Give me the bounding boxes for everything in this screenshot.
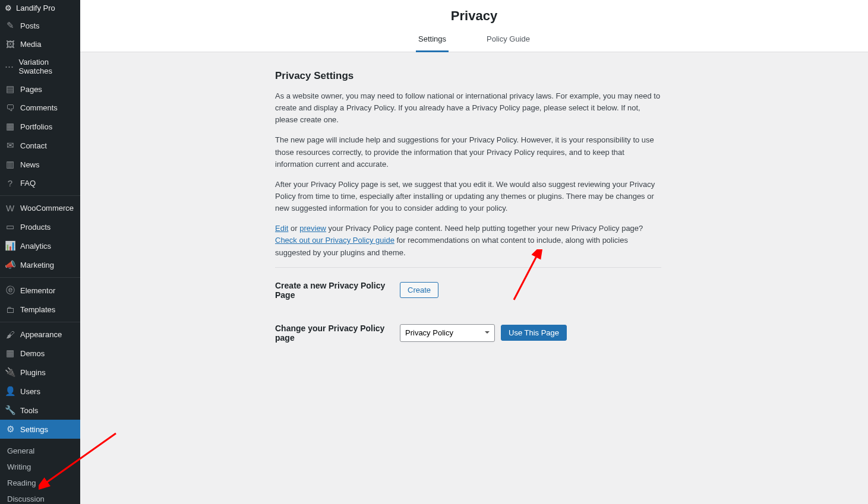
submenu-item-discussion[interactable]: Discussion bbox=[0, 491, 80, 504]
menu-icon: ▤ bbox=[5, 84, 15, 94]
menu-icon: ▭ bbox=[5, 221, 15, 232]
intro-paragraph-1: As a website owner, you may need to foll… bbox=[275, 90, 661, 126]
menu-icon: 🗨 bbox=[5, 103, 15, 113]
sidebar-item-products[interactable]: ▭Products bbox=[0, 217, 80, 236]
sidebar-item-tools[interactable]: 🔧Tools bbox=[0, 401, 80, 420]
submenu-item-general[interactable]: General bbox=[0, 443, 80, 459]
menu-label: Appearance bbox=[20, 330, 62, 339]
intro-paragraph-4: Edit or preview your Privacy Policy page… bbox=[275, 223, 661, 258]
sidebar-item-demos[interactable]: ▦Demos bbox=[0, 344, 80, 363]
sidebar-item-variation-swatches[interactable]: ⋯Variation Swatches bbox=[0, 53, 80, 80]
sidebar-item-pages[interactable]: ▤Pages bbox=[0, 80, 80, 99]
sidebar-item-news[interactable]: ▥News bbox=[0, 155, 80, 174]
menu-icon: W bbox=[5, 203, 15, 213]
main-content: Privacy SettingsPolicy Guide Privacy Set… bbox=[80, 0, 868, 504]
tab-settings[interactable]: Settings bbox=[416, 30, 449, 52]
menu-icon: 🔌 bbox=[5, 367, 15, 378]
menu-label: WooCommerce bbox=[20, 204, 74, 213]
menu-label: Demos bbox=[20, 349, 45, 358]
menu-label: Variation Swatches bbox=[19, 58, 75, 75]
submenu-item-reading[interactable]: Reading bbox=[0, 475, 80, 491]
menu-label: Plugins bbox=[20, 368, 46, 377]
menu-icon: 🗀 bbox=[5, 305, 15, 315]
menu-icon: 🖌 bbox=[5, 329, 15, 340]
sidebar-item-templates[interactable]: 🗀Templates bbox=[0, 300, 80, 319]
sidebar-item-appearance[interactable]: 🖌Appearance bbox=[0, 325, 80, 344]
change-label: Change your Privacy Policy page bbox=[275, 324, 400, 343]
sidebar-item-contact[interactable]: ✉Contact bbox=[0, 136, 80, 155]
site-title[interactable]: ⚙ Landify Pro bbox=[0, 0, 80, 16]
divider bbox=[275, 267, 661, 268]
menu-icon: ⓔ bbox=[5, 285, 15, 296]
sidebar-item-portfolios[interactable]: ▦Portfolios bbox=[0, 117, 80, 136]
menu-icon: ✉ bbox=[5, 140, 15, 151]
settings-submenu: GeneralWritingReadingDiscussionMediaPerm… bbox=[0, 439, 80, 504]
menu-label: Posts bbox=[20, 21, 40, 30]
sidebar-item-users[interactable]: 👤Users bbox=[0, 382, 80, 401]
sidebar-item-media[interactable]: 🖾Media bbox=[0, 35, 80, 53]
menu-label: Products bbox=[20, 223, 50, 232]
site-title-text: Landify Pro bbox=[16, 4, 55, 12]
menu-icon: ⚙ bbox=[5, 424, 15, 435]
menu-label: Templates bbox=[20, 305, 55, 314]
privacy-page-select[interactable]: Privacy Policy bbox=[400, 324, 495, 342]
menu-icon: ▦ bbox=[5, 121, 15, 132]
menu-label: Users bbox=[20, 387, 40, 396]
menu-icon: 📣 bbox=[5, 259, 15, 270]
sidebar-item-woocommerce[interactable]: WWooCommerce bbox=[0, 199, 80, 217]
create-row: Create a new Privacy Policy Page Create bbox=[275, 281, 661, 300]
intro-paragraph-3: After your Privacy Policy page is set, w… bbox=[275, 179, 661, 214]
page-select-wrap: Privacy Policy bbox=[400, 324, 495, 342]
content-body: Privacy Settings As a website owner, you… bbox=[275, 70, 673, 343]
sidebar-item-analytics[interactable]: 📊Analytics bbox=[0, 236, 80, 255]
page-header: Privacy SettingsPolicy Guide bbox=[80, 0, 868, 52]
menu-label: Analytics bbox=[20, 242, 51, 251]
menu-label: Pages bbox=[20, 85, 42, 94]
menu-label: Tools bbox=[20, 406, 38, 415]
sidebar-item-faq[interactable]: ?FAQ bbox=[0, 174, 80, 192]
use-page-button[interactable]: Use This Page bbox=[501, 325, 567, 341]
menu-icon: 👤 bbox=[5, 386, 15, 397]
edit-link[interactable]: Edit bbox=[275, 224, 288, 233]
menu-icon: 🔧 bbox=[5, 405, 15, 416]
menu-icon: ▦ bbox=[5, 348, 15, 359]
sidebar-item-settings[interactable]: ⚙Settings bbox=[0, 420, 80, 439]
guide-link[interactable]: Check out our Privacy Policy guide bbox=[275, 236, 394, 245]
section-heading: Privacy Settings bbox=[275, 70, 661, 82]
admin-sidebar: ⚙ Landify Pro ✎Posts🖾Media⋯Variation Swa… bbox=[0, 0, 80, 504]
menu-icon: 🖾 bbox=[5, 39, 15, 49]
menu-icon: ▥ bbox=[5, 159, 15, 170]
create-label: Create a new Privacy Policy Page bbox=[275, 281, 400, 300]
tab-policy-guide[interactable]: Policy Guide bbox=[484, 30, 532, 52]
menu-icon: 📊 bbox=[5, 240, 15, 251]
menu-label: Portfolios bbox=[20, 122, 52, 131]
sidebar-item-comments[interactable]: 🗨Comments bbox=[0, 99, 80, 117]
sidebar-item-posts[interactable]: ✎Posts bbox=[0, 16, 80, 35]
sidebar-item-elementor[interactable]: ⓔElementor bbox=[0, 281, 80, 300]
menu-label: Elementor bbox=[20, 286, 55, 295]
sidebar-item-plugins[interactable]: 🔌Plugins bbox=[0, 363, 80, 382]
menu-label: News bbox=[20, 160, 40, 169]
page-title: Privacy bbox=[80, 6, 868, 30]
menu-label: Settings bbox=[20, 425, 48, 434]
create-button[interactable]: Create bbox=[400, 282, 438, 298]
wordpress-icon: ⚙ bbox=[5, 4, 12, 12]
menu-label: FAQ bbox=[20, 179, 36, 188]
preview-link[interactable]: preview bbox=[299, 224, 326, 233]
menu-label: Comments bbox=[20, 103, 58, 112]
menu-icon: ⋯ bbox=[5, 61, 14, 72]
menu-icon: ? bbox=[5, 178, 15, 188]
page-tabs: SettingsPolicy Guide bbox=[80, 30, 868, 52]
menu-label: Marketing bbox=[20, 261, 54, 270]
change-row: Change your Privacy Policy page Privacy … bbox=[275, 324, 661, 343]
submenu-item-writing[interactable]: Writing bbox=[0, 459, 80, 475]
menu-label: Media bbox=[20, 40, 41, 49]
menu-icon: ✎ bbox=[5, 20, 15, 31]
menu-label: Contact bbox=[20, 141, 47, 150]
sidebar-item-marketing[interactable]: 📣Marketing bbox=[0, 255, 80, 274]
intro-paragraph-2: The new page will include help and sugge… bbox=[275, 134, 661, 170]
